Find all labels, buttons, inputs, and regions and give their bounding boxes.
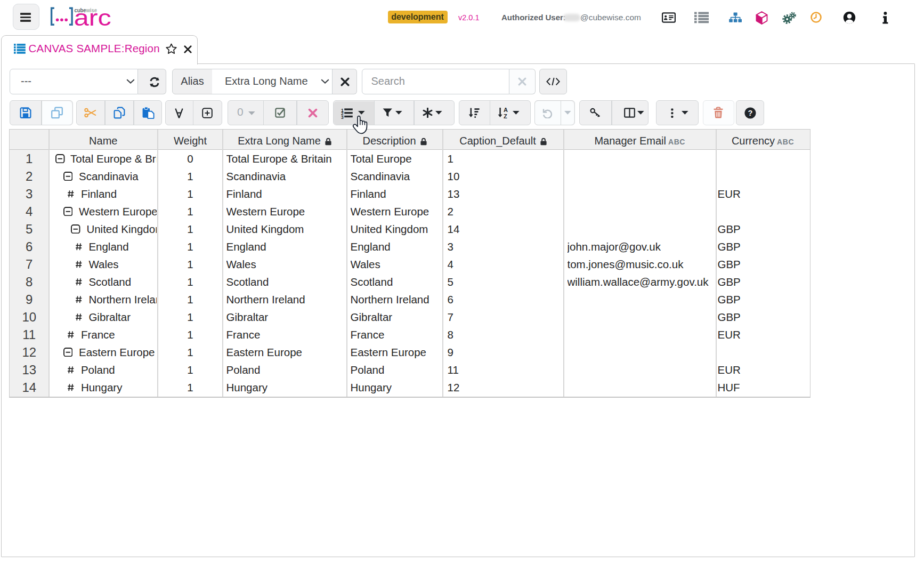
svg-text:arc: arc: [74, 5, 111, 28]
svg-text:Z: Z: [504, 113, 507, 119]
svg-text:A: A: [504, 107, 508, 113]
svg-text:?: ?: [748, 109, 752, 117]
svg-text:3: 3: [341, 115, 344, 119]
